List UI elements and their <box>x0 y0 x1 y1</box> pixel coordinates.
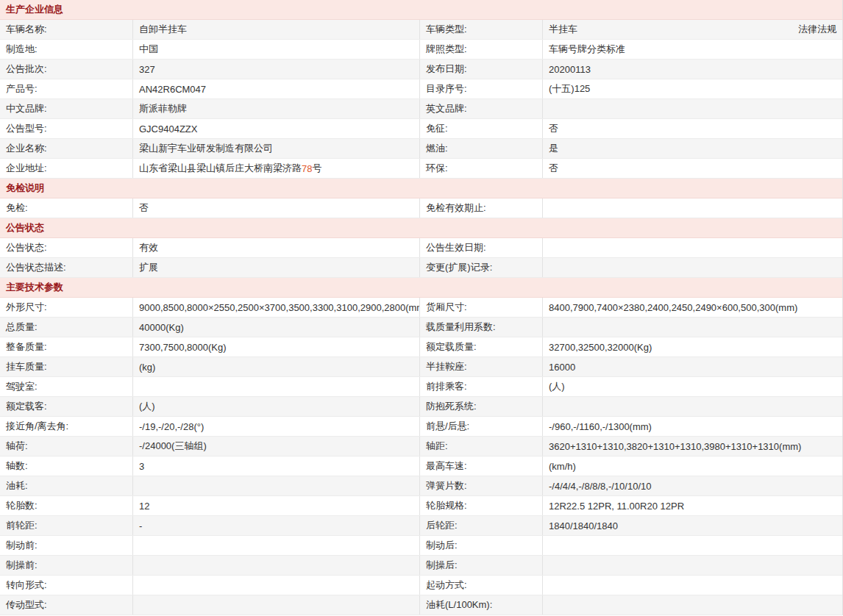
field-label: 整备质量: <box>0 337 133 357</box>
table-row: 制动前:制动后: <box>0 536 842 556</box>
field-label: 额定载客: <box>0 397 133 416</box>
field-value: 扩展 <box>133 258 420 277</box>
field-value: 3 <box>133 456 420 476</box>
field-value <box>133 576 420 595</box>
field-label: 额定载质量: <box>420 337 543 357</box>
table-row: 驾驶室:前排乘客:(人) <box>0 377 842 397</box>
field-value: 12 <box>133 496 420 515</box>
field-value <box>543 198 842 218</box>
table-row: 总质量:40000(Kg)载质量利用系数: <box>0 318 842 337</box>
field-label: 燃油: <box>420 139 543 158</box>
field-value <box>133 377 420 396</box>
table-row: 挂车质量:(kg)半挂鞍座:16000 <box>0 357 842 377</box>
field-value: (km/h) <box>543 456 842 476</box>
field-label: 牌照类型: <box>420 40 543 59</box>
value-text: 否 <box>549 122 558 135</box>
field-label: 制操后: <box>420 556 543 575</box>
field-label: 轮胎数: <box>0 496 133 515</box>
field-value: (人) <box>543 377 842 396</box>
field-value: 中国 <box>133 40 420 59</box>
value-text: 3620+1310+1310,3820+1310+1310,3980+1310+… <box>549 441 801 452</box>
value-text: (十五)125 <box>549 82 590 96</box>
field-label: 转向形式: <box>0 576 133 595</box>
field-value <box>133 536 420 555</box>
field-value: 20200113 <box>543 60 842 79</box>
table-row: 中文品牌:斯派菲勒牌英文品牌: <box>0 99 842 119</box>
table-row: 制造地:中国牌照类型:车辆号牌分类标准 <box>0 40 842 60</box>
field-label: 轴数: <box>0 456 133 476</box>
value-text: 半挂车 <box>549 23 577 36</box>
field-label: 英文品牌: <box>420 99 543 118</box>
legal-regulations-link[interactable]: 法律法规 <box>798 23 836 36</box>
field-value: -/24000(三轴组) <box>133 437 420 456</box>
field-value: 327 <box>133 60 420 79</box>
table-row: 免检:否免检有效期止: <box>0 198 842 218</box>
field-label: 车辆名称: <box>0 20 133 39</box>
table-row: 转向形式:起动方式: <box>0 576 842 595</box>
field-value: (人) <box>133 397 420 416</box>
field-value: 否 <box>543 119 842 138</box>
field-value <box>543 258 842 277</box>
field-value: 否 <box>543 159 842 178</box>
field-label: 免检有效期止: <box>420 198 543 218</box>
table-row: 产品号:AN42R6CM047目录序号:(十五)125 <box>0 79 842 99</box>
field-label: 轮胎规格: <box>420 496 543 515</box>
field-value: -/19,-/20,-/28(°) <box>133 417 420 436</box>
field-value: 半挂车法律法规 <box>543 20 842 39</box>
value-text: 车辆号牌分类标准 <box>549 43 625 56</box>
table-row: 传动型式:油耗(L/100Km): <box>0 595 842 615</box>
field-value: GJC9404ZZX <box>133 119 420 138</box>
field-value <box>543 536 842 555</box>
value-text: 山东省梁山县梁山镇后庄大桥南梁济路 <box>139 162 302 175</box>
field-label: 产品号: <box>0 79 133 99</box>
value-text: 32700,32500,32000(Kg) <box>549 342 652 353</box>
field-value: -/4/4/4,-/8/8/8,-/10/10/10 <box>543 476 842 495</box>
vehicle-info-table: 生产企业信息车辆名称:自卸半挂车车辆类型:半挂车法律法规制造地:中国牌照类型:车… <box>0 0 843 615</box>
field-value: 有效 <box>133 238 420 257</box>
field-label: 油耗(L/100Km): <box>420 595 543 615</box>
field-label: 目录序号: <box>420 79 543 99</box>
field-label: 公告生效日期: <box>420 238 543 257</box>
field-label: 公告批次: <box>0 60 133 79</box>
table-row: 外形尺寸:9000,8500,8000×2550,2500×3700,3500,… <box>0 298 842 318</box>
field-label: 环保: <box>420 159 543 178</box>
field-label: 防抱死系统: <box>420 397 543 416</box>
field-label: 制动后: <box>420 536 543 555</box>
highlighted-text: 78 <box>302 163 312 174</box>
field-value: 8400,7900,7400×2380,2400,2450,2490×600,5… <box>543 298 842 317</box>
field-value: 山东省梁山县梁山镇后庄大桥南梁济路78号 <box>133 159 420 178</box>
field-value <box>133 476 420 495</box>
field-value <box>133 595 420 615</box>
value-text: 20200113 <box>549 64 591 75</box>
field-label: 载质量利用系数: <box>420 318 543 337</box>
section-header: 生产企业信息 <box>0 0 842 20</box>
field-value: 40000(Kg) <box>133 318 420 337</box>
table-row: 企业名称:梁山新宇车业研发制造有限公司燃油:是 <box>0 139 842 159</box>
field-label: 挂车质量: <box>0 357 133 376</box>
field-label: 货厢尺寸: <box>420 298 543 317</box>
table-row: 公告状态:有效公告生效日期: <box>0 238 842 258</box>
field-label: 免检: <box>0 198 133 218</box>
table-row: 整备质量:7300,7500,8000(Kg)额定载质量:32700,32500… <box>0 337 842 357</box>
field-label: 油耗: <box>0 476 133 495</box>
field-label: 起动方式: <box>420 576 543 595</box>
section-header: 主要技术参数 <box>0 278 842 298</box>
field-label: 企业名称: <box>0 139 133 158</box>
field-value: 自卸半挂车 <box>133 20 420 39</box>
value-text: (km/h) <box>549 461 576 472</box>
field-value <box>543 99 842 118</box>
field-value <box>133 556 420 575</box>
field-value: AN42R6CM047 <box>133 79 420 99</box>
table-row: 企业地址:山东省梁山县梁山镇后庄大桥南梁济路78号环保:否 <box>0 159 842 179</box>
field-value: 12R22.5 12PR, 11.00R20 12PR <box>543 496 842 515</box>
value-text: 12R22.5 12PR, 11.00R20 12PR <box>549 501 684 512</box>
field-label: 前悬/后悬: <box>420 417 543 436</box>
field-value: 梁山新宇车业研发制造有限公司 <box>133 139 420 158</box>
value-text: 否 <box>549 162 558 175</box>
field-label: 发布日期: <box>420 60 543 79</box>
field-label: 后轮距: <box>420 516 543 535</box>
field-value: 斯派菲勒牌 <box>133 99 420 118</box>
value-text: 是 <box>549 142 558 155</box>
table-row: 公告状态描述:扩展变更(扩展)记录: <box>0 258 842 278</box>
field-label: 中文品牌: <box>0 99 133 118</box>
